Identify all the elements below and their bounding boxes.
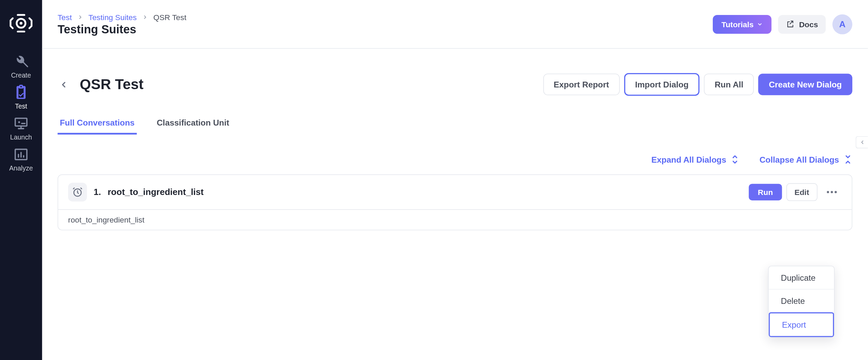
topbar-right: Tutorials Docs A: [712, 14, 852, 34]
edit-button[interactable]: Edit: [786, 183, 818, 201]
run-button[interactable]: Run: [749, 184, 782, 200]
chevron-right-icon: [142, 14, 148, 19]
menu-item-duplicate[interactable]: Duplicate: [769, 266, 834, 289]
dialog-header: 1. root_to_ingredient_list Run Edit: [58, 175, 852, 209]
chevron-down-icon: [757, 21, 762, 27]
svg-point-8: [835, 191, 837, 193]
breadcrumb-current: QSR Test: [153, 13, 186, 21]
menu-item-export[interactable]: Export: [769, 312, 834, 337]
export-report-button[interactable]: Export Report: [543, 73, 620, 95]
logo-icon: [8, 12, 34, 35]
nav-create[interactable]: Create: [0, 51, 42, 82]
svg-point-3: [18, 121, 20, 123]
chevron-left-icon: [859, 140, 865, 145]
breadcrumb-link-suites[interactable]: Testing Suites: [89, 13, 137, 21]
page-title: Testing Suites: [58, 22, 186, 36]
tutorials-label: Tutorials: [721, 20, 753, 29]
breadcrumb: Test Testing Suites QSR Test: [58, 13, 186, 21]
clipboard-check-icon: [13, 85, 29, 100]
nav-label: Launch: [10, 133, 32, 141]
menu-item-delete[interactable]: Delete: [769, 289, 834, 312]
nav-test[interactable]: Test: [0, 82, 42, 113]
expand-all-button[interactable]: Expand All Dialogs: [651, 154, 739, 164]
content-area: Test Testing Suites QSR Test Testing Sui…: [42, 0, 868, 360]
docs-label: Docs: [799, 20, 818, 29]
nav-label: Test: [15, 102, 27, 110]
context-menu: Duplicate Delete Export: [768, 266, 835, 338]
suite-title: QSR Test: [80, 76, 143, 93]
dialog-name: root_to_ingredient_list: [108, 187, 204, 197]
dialog-body: root_to_ingredient_list: [58, 209, 852, 230]
action-buttons: Export Report Import Dialog Run All Crea…: [543, 73, 852, 96]
nav-label: Create: [11, 71, 31, 79]
wrench-icon: [13, 54, 29, 69]
dialog-card: 1. root_to_ingredient_list Run Edit root…: [58, 175, 852, 230]
app-logo: [7, 12, 35, 34]
tabs: Full Conversations Classification Unit: [58, 118, 852, 135]
create-new-dialog-button[interactable]: Create New Dialog: [758, 73, 852, 95]
clock-icon: [68, 183, 87, 201]
svg-point-7: [831, 191, 833, 193]
chevron-left-icon: [59, 80, 68, 89]
main: QSR Test Export Report Import Dialog Run…: [42, 49, 868, 360]
more-horizontal-icon: [826, 191, 837, 194]
topbar: Test Testing Suites QSR Test Testing Sui…: [42, 0, 868, 49]
chevron-right-icon: [77, 14, 83, 19]
export-icon: [786, 20, 794, 29]
nav-launch[interactable]: Launch: [0, 113, 42, 144]
nav-label: Analyze: [9, 164, 33, 172]
topbar-left: Test Testing Suites QSR Test Testing Sui…: [58, 13, 186, 36]
tutorials-button[interactable]: Tutorials: [712, 15, 771, 33]
svg-rect-2: [15, 118, 27, 126]
collapse-all-button[interactable]: Collapse All Dialogs: [759, 154, 852, 164]
expand-all-label: Expand All Dialogs: [651, 155, 726, 164]
expand-icon: [731, 154, 740, 164]
dialog-index: 1.: [94, 187, 101, 197]
tab-full-conversations[interactable]: Full Conversations: [58, 118, 137, 135]
collapse-all-label: Collapse All Dialogs: [759, 155, 839, 164]
dialog-controls: Expand All Dialogs Collapse All Dialogs: [58, 154, 852, 164]
svg-point-1: [20, 22, 22, 24]
more-button[interactable]: [822, 187, 842, 197]
back-button[interactable]: [58, 78, 70, 91]
sidebar: Create Test Launch Analyze: [0, 0, 42, 360]
docs-button[interactable]: Docs: [778, 15, 826, 33]
import-dialog-button[interactable]: Import Dialog: [624, 73, 700, 96]
collapse-panel-button[interactable]: [856, 136, 868, 148]
avatar-initial: A: [839, 19, 846, 29]
collapse-icon: [843, 154, 852, 164]
breadcrumb-link-test[interactable]: Test: [58, 13, 72, 21]
run-all-button[interactable]: Run All: [704, 73, 754, 95]
svg-point-6: [827, 191, 829, 193]
nav-analyze[interactable]: Analyze: [0, 144, 42, 175]
title-row: QSR Test Export Report Import Dialog Run…: [58, 73, 852, 96]
bar-chart-icon: [13, 147, 29, 162]
avatar[interactable]: A: [832, 14, 852, 34]
monitor-icon: [13, 116, 29, 131]
tab-classification-unit[interactable]: Classification Unit: [155, 118, 231, 135]
